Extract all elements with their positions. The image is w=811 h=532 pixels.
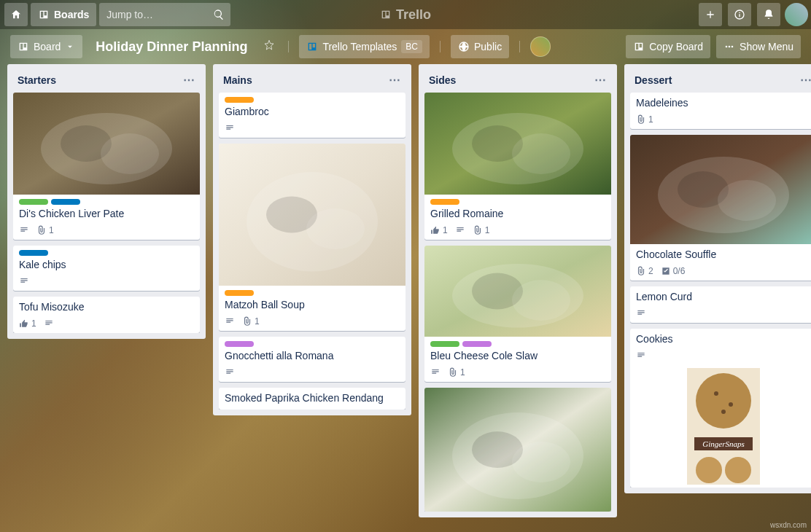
dots-icon: [723, 41, 735, 52]
card-labels: [225, 341, 400, 347]
label-orange[interactable]: [430, 199, 459, 205]
chevron-down-icon: [65, 42, 75, 52]
list-title[interactable]: Mains: [223, 74, 252, 86]
card[interactable]: Bleu Cheese Cole Slaw1: [424, 246, 611, 382]
card-badges: [13, 276, 200, 291]
board-canvas[interactable]: Starters ⋯ Di's Chicken Liver Pate1Kale …: [0, 64, 811, 532]
label-green[interactable]: [430, 341, 459, 347]
svg-point-26: [714, 391, 718, 396]
card[interactable]: Di's Chicken Liver Pate1: [13, 93, 200, 240]
label-purple[interactable]: [462, 341, 492, 347]
list: Starters ⋯ Di's Chicken Liver Pate1Kale …: [7, 64, 206, 339]
list-cards: Giambroc Matzoh Ball Soup1Gnocchetti all…: [219, 93, 406, 410]
card-title: Bleu Cheese Cole Slaw: [430, 350, 605, 361]
boards-label: Boards: [54, 9, 89, 20]
board-icon: [18, 41, 29, 52]
trello-icon: [306, 41, 318, 52]
description-badge: [636, 308, 646, 318]
card[interactable]: Grilled Romaine11: [424, 93, 611, 240]
description-icon: [19, 225, 29, 235]
card-body: Lemon Curd: [630, 286, 811, 308]
card[interactable]: [424, 388, 611, 512]
label-purple[interactable]: [225, 341, 254, 347]
description-icon: [225, 367, 235, 378]
show-menu-button[interactable]: Show Menu: [716, 35, 801, 58]
label-green[interactable]: [19, 199, 48, 205]
notifications-button[interactable]: [757, 3, 780, 26]
card[interactable]: Chocolate Souffle20/6: [630, 135, 811, 281]
card[interactable]: Matzoh Ball Soup1: [219, 144, 406, 331]
globe-icon: [458, 41, 470, 52]
star-icon: [263, 39, 275, 51]
list-title[interactable]: Starters: [18, 74, 56, 86]
list-menu-button[interactable]: ⋯: [594, 73, 607, 87]
list-menu-button[interactable]: ⋯: [800, 73, 811, 87]
vote-badge: 1: [19, 318, 36, 329]
show-menu-label: Show Menu: [740, 41, 793, 52]
templates-button[interactable]: Trello TemplatesBC: [299, 35, 430, 58]
card-badges: 11: [424, 225, 611, 240]
svg-point-23: [718, 180, 776, 221]
card-body: Matzoh Ball Soup: [219, 286, 406, 316]
list-menu-button[interactable]: ⋯: [389, 73, 401, 87]
card-title: Kale chips: [19, 259, 194, 270]
card-cover-image: [630, 135, 811, 244]
card-title: Giambroc: [225, 106, 400, 117]
home-button[interactable]: [4, 3, 28, 26]
svg-point-19: [512, 442, 570, 482]
card-bottom-cover-image: GingerSnaps: [687, 368, 760, 485]
info-button[interactable]: [728, 3, 751, 26]
card[interactable]: Kale chips: [13, 246, 200, 291]
description-badge: [430, 367, 441, 378]
list-header: Dessert ⋯: [630, 70, 811, 93]
description-badge: [44, 318, 54, 329]
card-body: Madeleines: [630, 93, 811, 114]
label-orange[interactable]: [225, 290, 254, 296]
card-body: Giambroc: [219, 93, 406, 123]
svg-point-28: [721, 410, 726, 414]
card-badges: [630, 351, 811, 365]
search-input[interactable]: [99, 3, 230, 26]
create-button[interactable]: [699, 3, 722, 26]
card[interactable]: Giambroc: [219, 93, 406, 138]
brand-logo[interactable]: Trello: [380, 7, 431, 23]
attachment-icon: [448, 367, 458, 378]
list-menu-button[interactable]: ⋯: [183, 73, 195, 87]
copy-board-button[interactable]: Copy Board: [626, 35, 710, 58]
description-icon: [225, 123, 235, 133]
card[interactable]: Smoked Paprika Chicken Rendang: [219, 388, 406, 410]
card-badges: [630, 308, 811, 323]
board-member-avatar[interactable]: [530, 36, 551, 57]
attachment-icon: [36, 225, 47, 235]
label-blue[interactable]: [51, 199, 80, 205]
card-badges: 1: [630, 114, 811, 129]
list-title[interactable]: Dessert: [635, 74, 672, 86]
label-blue[interactable]: [19, 250, 48, 256]
svg-point-15: [512, 280, 570, 321]
card-labels: [430, 341, 605, 347]
label-orange[interactable]: [225, 97, 254, 103]
templates-badge: BC: [401, 40, 422, 53]
card-title: Cookies: [636, 333, 811, 345]
user-avatar[interactable]: [785, 3, 808, 26]
list-title[interactable]: Sides: [429, 74, 456, 86]
card-badges: 1: [13, 318, 200, 333]
board-title[interactable]: Holiday Dinner Planning: [88, 39, 255, 55]
card[interactable]: Tofu Misozuke1: [13, 297, 200, 333]
description-icon: [19, 276, 29, 286]
board-view-switcher[interactable]: Board: [10, 35, 82, 58]
card[interactable]: Gnocchetti alla Romana: [219, 337, 406, 382]
card-labels: [225, 290, 400, 296]
boards-button[interactable]: Boards: [31, 3, 96, 26]
card[interactable]: Lemon Curd: [630, 286, 811, 323]
home-icon: [10, 9, 22, 20]
visibility-button[interactable]: Public: [451, 35, 509, 58]
description-badge: [225, 316, 235, 326]
card-cover-image: [13, 93, 200, 195]
card-badges: 1: [13, 225, 200, 240]
card[interactable]: Madeleines1: [630, 93, 811, 129]
attachment-badge: 1: [448, 367, 465, 378]
star-button[interactable]: [260, 36, 278, 57]
svg-point-25: [696, 373, 751, 429]
card[interactable]: Cookies GingerSnaps: [630, 329, 811, 488]
